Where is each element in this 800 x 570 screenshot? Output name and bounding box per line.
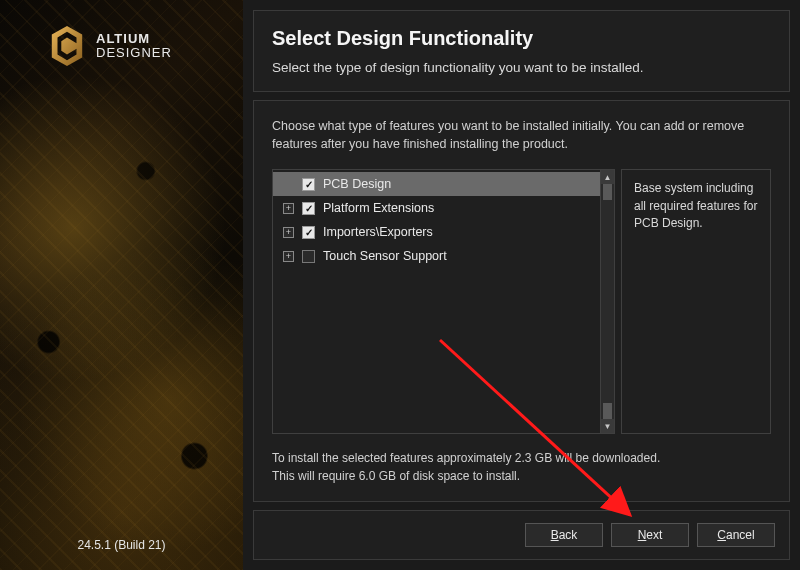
scroll-thumb[interactable] (603, 403, 612, 419)
feature-list[interactable]: PCB Design+Platform Extensions+Importers… (273, 170, 600, 433)
scroll-thumb[interactable] (603, 184, 612, 200)
feature-item[interactable]: +Touch Sensor Support (273, 244, 600, 268)
install-size-note: To install the selected features approxi… (272, 450, 771, 485)
feature-label: PCB Design (323, 177, 391, 191)
feature-label: Platform Extensions (323, 201, 434, 215)
page-title: Select Design Functionality (272, 27, 771, 50)
feature-item[interactable]: PCB Design (273, 172, 600, 196)
page-subtitle: Select the type of design functionality … (272, 60, 771, 75)
feature-label: Importers\Exporters (323, 225, 433, 239)
brand-logo: ALTIUM DESIGNER (48, 24, 172, 68)
installer-sidebar: ALTIUM DESIGNER 24.5.1 (Build 21) (0, 0, 243, 570)
sidebar-background (0, 0, 243, 570)
feature-item[interactable]: +Importers\Exporters (273, 220, 600, 244)
main-content: Select Design Functionality Select the t… (243, 0, 800, 570)
expand-icon[interactable]: + (283, 227, 294, 238)
next-button[interactable]: Next (611, 523, 689, 547)
cancel-button[interactable]: Cancel (697, 523, 775, 547)
disk-space-text: This will require 6.0 GB of disk space t… (272, 468, 771, 485)
altium-logo-icon (48, 24, 86, 68)
feature-checkbox[interactable] (302, 250, 315, 263)
feature-list-container: PCB Design+Platform Extensions+Importers… (272, 169, 615, 434)
expand-icon[interactable]: + (283, 203, 294, 214)
feature-item[interactable]: +Platform Extensions (273, 196, 600, 220)
feature-list-scrollbar[interactable]: ▲ ▼ (600, 170, 614, 433)
version-label: 24.5.1 (Build 21) (0, 538, 243, 552)
expand-icon[interactable]: + (283, 251, 294, 262)
feature-checkbox[interactable] (302, 202, 315, 215)
brand-text: ALTIUM DESIGNER (96, 32, 172, 59)
scroll-up-icon[interactable]: ▲ (601, 170, 614, 184)
body-panel: Choose what type of features you want to… (253, 100, 790, 502)
feature-checkbox[interactable] (302, 178, 315, 191)
feature-description: Base system including all required featu… (621, 169, 771, 434)
back-button[interactable]: Back (525, 523, 603, 547)
download-size-text: To install the selected features approxi… (272, 450, 771, 467)
footer-panel: Back Next Cancel (253, 510, 790, 560)
expand-spacer (283, 179, 294, 190)
header-panel: Select Design Functionality Select the t… (253, 10, 790, 92)
scroll-down-icon[interactable]: ▼ (601, 419, 614, 433)
feature-checkbox[interactable] (302, 226, 315, 239)
feature-label: Touch Sensor Support (323, 249, 447, 263)
instruction-text: Choose what type of features you want to… (272, 117, 771, 153)
